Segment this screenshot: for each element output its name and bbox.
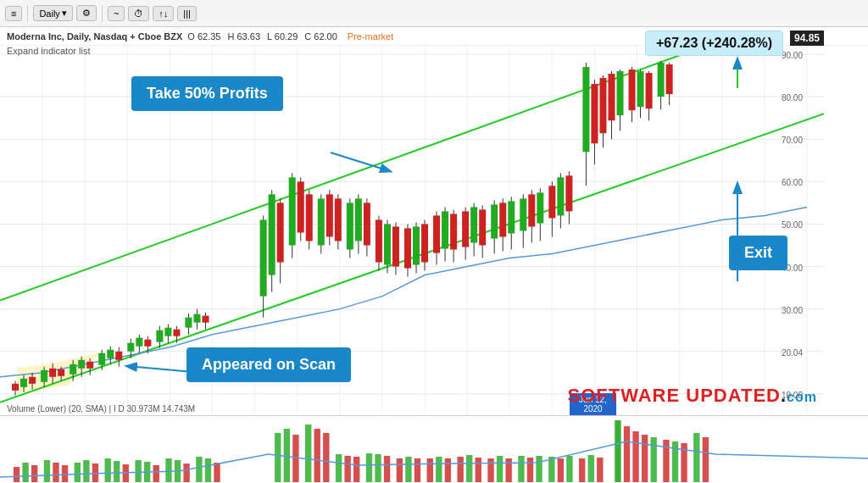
svg-rect-95 (376, 219, 382, 262)
svg-rect-253 (703, 437, 709, 482)
svg-rect-217 (336, 454, 342, 482)
svg-rect-233 (497, 456, 503, 482)
svg-rect-75 (277, 203, 284, 262)
svg-rect-219 (353, 457, 359, 482)
svg-rect-247 (642, 435, 648, 482)
svg-rect-214 (305, 425, 311, 482)
svg-rect-194 (53, 463, 58, 482)
svg-rect-202 (135, 460, 141, 482)
stock-low: L 60.29 (267, 31, 298, 42)
svg-rect-238 (548, 457, 554, 482)
svg-rect-190 (14, 467, 19, 482)
svg-rect-244 (615, 420, 620, 482)
exit-annotation: Exit (729, 236, 787, 270)
svg-rect-147 (629, 69, 636, 110)
svg-rect-199 (105, 458, 111, 482)
indicator-btn-3[interactable]: ↑↓ (153, 6, 174, 21)
chart-svg: BUY 9 Mar 16 Mar 23 Mar 30 Mar 6 Apr 13 … (0, 46, 824, 415)
volume-label: Volume (Lower) (20, SMA) (7, 404, 107, 414)
svg-text:90.00: 90.00 (782, 51, 803, 60)
svg-rect-223 (397, 458, 403, 482)
stock-name: Moderna Inc, Daily, Nasdaq + Cboe BZX (7, 31, 182, 42)
svg-rect-221 (375, 454, 381, 482)
svg-rect-35 (41, 370, 47, 382)
volume-info: Volume (Lower) (20, SMA) | I D 30.973M 1… (7, 404, 195, 414)
svg-rect-229 (457, 457, 463, 482)
scan-annotation: Appeared on Scan (186, 347, 351, 382)
svg-rect-135 (565, 175, 572, 211)
layout-icon: ≡ (11, 8, 16, 19)
indicator-btn-2[interactable]: ⏱ (128, 6, 149, 21)
svg-rect-227 (436, 457, 442, 482)
svg-rect-222 (384, 456, 390, 482)
svg-rect-105 (421, 224, 428, 262)
indicator-btn-1[interactable]: ~ (108, 6, 125, 21)
svg-rect-133 (557, 177, 564, 215)
svg-rect-91 (355, 198, 362, 241)
svg-text:50.00: 50.00 (782, 220, 803, 230)
indicator-btn-4[interactable]: ||| (177, 6, 197, 21)
svg-rect-197 (83, 460, 89, 482)
svg-rect-69 (202, 316, 209, 323)
svg-rect-234 (505, 458, 511, 482)
chart-container: ≡ Daily ▾ ⚙ ~ ⏱ ↑↓ ||| Moderna Inc, Dail… (0, 0, 868, 483)
svg-rect-231 (476, 458, 481, 482)
svg-text:80.00: 80.00 (782, 93, 803, 103)
volume-values: D 30.973M 14.743M (119, 404, 196, 414)
price-badge: 94.85 (790, 31, 824, 46)
settings-button[interactable]: ⚙ (76, 5, 97, 21)
svg-rect-207 (183, 464, 189, 482)
svg-rect-119 (491, 204, 498, 238)
layout-button[interactable]: ≡ (5, 6, 22, 21)
svg-text:30.00: 30.00 (782, 306, 803, 315)
svg-rect-249 (663, 440, 669, 482)
svg-rect-111 (450, 214, 457, 249)
svg-rect-53 (127, 343, 134, 352)
svg-rect-252 (693, 433, 699, 482)
watermark-com: com (787, 390, 817, 404)
premarket-label: Pre-market (348, 31, 393, 42)
svg-rect-109 (442, 211, 448, 248)
svg-rect-61 (164, 328, 171, 336)
chevron-down-icon: ▾ (62, 8, 67, 19)
svg-rect-239 (558, 458, 564, 482)
svg-rect-89 (347, 203, 353, 249)
svg-rect-33 (29, 377, 36, 384)
toolbar: ≡ Daily ▾ ⚙ ~ ⏱ ↑↓ ||| (0, 0, 868, 27)
gain-badge: +67.23 (+240.28%) (645, 31, 783, 56)
svg-rect-83 (318, 198, 325, 245)
svg-rect-208 (196, 457, 202, 482)
svg-rect-45 (86, 362, 93, 369)
svg-rect-200 (114, 461, 120, 482)
svg-rect-211 (275, 433, 281, 482)
svg-rect-73 (269, 194, 275, 275)
svg-rect-39 (58, 369, 64, 376)
svg-rect-210 (214, 463, 220, 482)
upper-channel-line (0, 46, 824, 301)
separator2 (102, 5, 103, 22)
timeframe-label: Daily (39, 8, 59, 19)
svg-rect-37 (49, 369, 56, 377)
timeframe-button[interactable]: Daily ▾ (33, 5, 72, 21)
volume-svg (0, 416, 868, 483)
svg-rect-143 (608, 74, 615, 120)
volume-area (0, 415, 868, 483)
svg-text:60.00: 60.00 (782, 178, 803, 187)
svg-rect-101 (404, 228, 411, 268)
chart-area: BUY 9 Mar 16 Mar 23 Mar 30 Mar 6 Apr 13 … (0, 27, 868, 415)
svg-rect-193 (44, 460, 50, 482)
svg-rect-192 (31, 465, 37, 482)
svg-rect-212 (284, 429, 290, 482)
svg-rect-248 (650, 437, 656, 482)
svg-rect-225 (415, 458, 420, 482)
svg-text:70.00: 70.00 (782, 136, 803, 145)
svg-rect-113 (462, 211, 469, 247)
stock-open: O 62.35 (187, 31, 220, 42)
expand-indicator[interactable]: Expand indicator list (7, 46, 90, 56)
svg-rect-125 (520, 198, 526, 230)
svg-rect-236 (527, 458, 533, 482)
svg-rect-49 (107, 350, 114, 358)
svg-rect-205 (165, 458, 171, 482)
svg-rect-149 (637, 71, 644, 107)
svg-rect-63 (173, 330, 180, 336)
